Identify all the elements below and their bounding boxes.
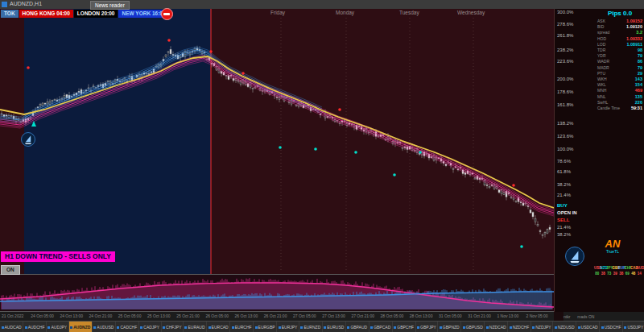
fib-level-label: 38.2% — [557, 182, 571, 187]
symbol-tab-label: AUDJPY — [51, 325, 67, 330]
symbol-tab-usdchf[interactable]: USDCHF — [600, 322, 623, 332]
symbol-tab-eurusd[interactable]: EURUSD — [323, 322, 346, 332]
symbol-chart-icon — [279, 326, 281, 329]
strength-value: 14 — [637, 272, 643, 277]
symbol-chart-icon — [232, 326, 234, 329]
symbol-tab-eurgbp[interactable]: EURGBP — [254, 322, 277, 332]
symbol-chart-icon — [532, 326, 535, 329]
time-axis-label: 24 Oct 13:00 — [60, 313, 83, 318]
symbol-tab-label: EURCHF — [235, 325, 252, 330]
panel-row-madr: MADR79 — [597, 65, 642, 71]
time-axis-label: 27 Oct 21:00 — [351, 313, 374, 318]
symbol-tab-gbpcad[interactable]: GBPCAD — [369, 322, 393, 332]
symbol-tab-label: USDCHF — [605, 325, 621, 330]
symbol-tab-label: CHFJPY — [166, 325, 181, 330]
symbol-chart-icon — [47, 326, 50, 329]
fib-level-label: 21.4% — [557, 193, 571, 197]
symbol-tab-label: AUDNZD — [73, 325, 90, 330]
chart-subwindow-divider[interactable] — [0, 274, 554, 275]
panel-row-swhl: SwHL226 — [597, 100, 642, 106]
symbol-tab-gbpchf[interactable]: GBPCHF — [393, 322, 416, 332]
panel-value: 143 — [635, 77, 642, 82]
symbol-tab-eurcad[interactable]: EURCAD — [207, 322, 230, 332]
time-axis-label: 25 Oct 13:00 — [147, 313, 171, 318]
time-axis[interactable]: 21 Oct 202224 Oct 05:0024 Oct 13:0024 Oc… — [0, 312, 554, 321]
panel-value: 135 — [635, 94, 642, 100]
panel-label: PTU — [597, 71, 605, 77]
symbol-tab-chfjpy[interactable]: CHFJPY — [162, 322, 184, 332]
symbol-tab-audusd[interactable]: AUDUSD — [93, 322, 116, 332]
symbol-tab-gbpnzd[interactable]: GBPNZD — [438, 322, 461, 332]
symbol-tab-label: USDCAD — [581, 325, 598, 330]
panel-row-bid: BID1.09120 — [597, 24, 642, 30]
symbol-chart-icon — [578, 326, 580, 329]
panel-row-hod: HOD1.09332 — [597, 36, 642, 42]
symbol-tab-nzdusd[interactable]: NZDUSD — [553, 322, 576, 332]
panel-label: WKH — [597, 77, 607, 82]
symbol-tab-gbpaud[interactable]: GBPAUD — [346, 322, 369, 332]
fib-level-label: 300.0% — [557, 10, 573, 15]
panel-value: 469 — [635, 88, 642, 93]
symbol-tab-nzdchf[interactable]: NZDCHF — [508, 322, 531, 332]
strength-value: 73 — [606, 272, 613, 277]
on-toggle-button[interactable]: ON — [1, 265, 20, 275]
an-logo-subtext: TrueTL — [599, 249, 626, 254]
symbol-tab-nzdjpy[interactable]: NZDJPY — [531, 322, 553, 332]
symbol-tab-label: GBPCHF — [397, 325, 414, 330]
symbol-tab-label: NZDUSD — [558, 325, 575, 330]
panel-row-candle-time: Candle Time59:31 — [597, 106, 642, 111]
session-clock-bar: TOKHONG KONG 04:00LONDON 20:00NEW YORK 1… — [1, 10, 169, 18]
panel-value: 1.09120 — [626, 24, 642, 30]
symbol-tab-label: AUDUSD — [97, 325, 114, 330]
fib-level-label: 261.8% — [557, 33, 573, 38]
day-label: Monday — [336, 10, 354, 15]
fib-level-label: 138.2% — [557, 121, 573, 126]
symbol-tab-nzdcad[interactable]: NZDCAD — [485, 322, 508, 332]
panel-label: LOD — [597, 42, 605, 48]
symbol-tab-label: GBPUSD — [466, 325, 483, 330]
symbol-tab-label: NZDJPY — [535, 325, 551, 330]
panel-label: WADR — [597, 59, 609, 64]
symbol-tab-usdcad[interactable]: USDCAD — [576, 322, 600, 332]
symbol-tab-cadjpy[interactable]: CADJPY — [139, 322, 162, 332]
symbol-chart-icon — [140, 326, 142, 329]
panel-label: spread — [597, 30, 609, 35]
symbol-tab-label: USDJPY — [627, 325, 643, 330]
symbol-tab-audjpy[interactable]: AUDJPY — [47, 322, 69, 332]
symbol-chart-icon — [25, 326, 27, 329]
panel-row-wkl: WKL154 — [597, 82, 642, 88]
symbol-tab-eurnzd[interactable]: EURNZD — [299, 322, 323, 332]
symbol-tab-cadchf[interactable]: CADCHF — [116, 322, 139, 332]
main-chart-svg[interactable] — [0, 9, 554, 274]
panel-label: WKL — [597, 82, 606, 88]
open-in-label: OPEN IN — [557, 210, 577, 215]
symbol-chart-icon — [624, 326, 626, 329]
symbol-tab-gbpjpy[interactable]: GBPJPY — [416, 322, 439, 332]
indicator-subwindow-svg[interactable] — [0, 275, 554, 311]
panel-label: Candle Time — [597, 106, 620, 111]
symbol-tab-audcad[interactable]: AUDCAD — [0, 322, 23, 332]
app-icon — [2, 2, 7, 7]
symbol-tab-label: AUDCHF — [28, 325, 45, 330]
symbol-tab-gbpusd[interactable]: GBPUSD — [461, 322, 485, 332]
time-axis-label: 26 Oct 05:00 — [205, 313, 229, 318]
panel-row-tdr: TDR98 — [597, 48, 642, 53]
symbol-tab-bar: AUDCADAUDCHFAUDJPYAUDNZDAUDUSDCADCHFCADJ… — [0, 321, 644, 332]
panel-label: HOD — [597, 36, 606, 42]
time-axis-label: 25 Oct 05:00 — [118, 313, 142, 318]
fib-level-label: 161.8% — [557, 102, 573, 107]
symbol-tab-label: EURGBP — [258, 325, 275, 330]
panel-label: SwHL — [597, 100, 608, 106]
symbol-tab-usdjpy[interactable]: USDJPY — [623, 322, 644, 332]
window-title: AUDNZD,H1 — [10, 1, 42, 6]
news-reader-tab[interactable]: News reader — [90, 1, 130, 10]
symbol-tab-audnzd[interactable]: AUDNZD — [69, 322, 93, 332]
symbol-tab-label: GBPCAD — [374, 325, 390, 330]
symbol-chart-icon — [163, 326, 165, 329]
symbol-tab-eurjpy[interactable]: EURJPY — [277, 322, 299, 332]
symbol-tab-eurchf[interactable]: EURCHF — [230, 322, 254, 332]
symbol-tab-audchf[interactable]: AUDCHF — [23, 322, 47, 332]
symbol-chart-icon — [463, 326, 465, 329]
symbol-tab-euraud[interactable]: EURAUD — [184, 322, 207, 332]
symbol-chart-icon — [486, 326, 489, 329]
